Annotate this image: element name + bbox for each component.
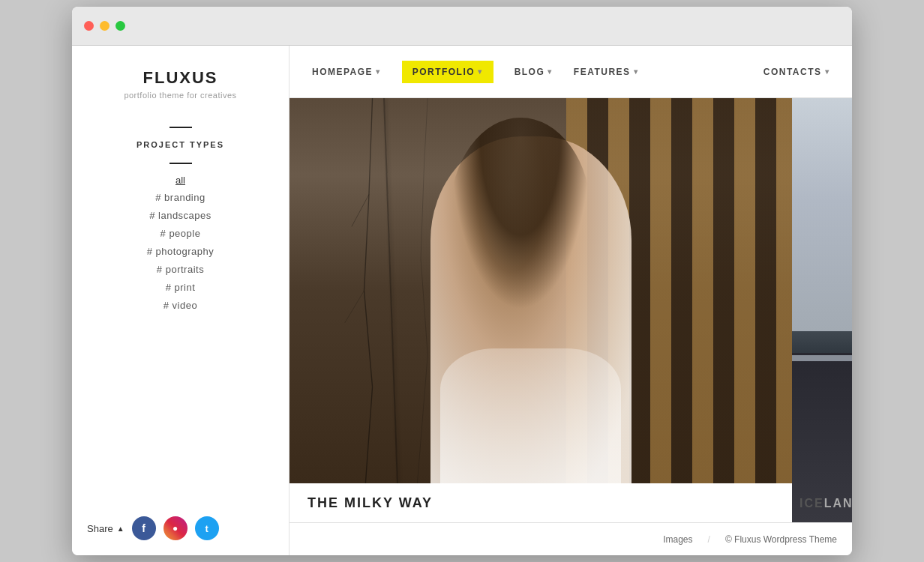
list-item[interactable]: # print [72,280,289,294]
gallery-side-image[interactable]: ICELAND [792,98,852,522]
nav-items: HOMEPAGE ▾ PORTFOLIO ▾ BLOG ▾ FEATURES ▾ [312,61,764,83]
list-item[interactable]: # branding [72,190,289,204]
footer-divider: / [708,534,710,545]
chevron-down-icon: ▾ [634,67,639,76]
nav-blog[interactable]: BLOG ▾ [514,67,553,77]
gallery-side-caption: ICELAND [800,497,852,510]
chevron-down-icon: ▾ [376,67,381,76]
filter-print[interactable]: # print [166,282,196,293]
minimize-dot[interactable] [100,21,110,31]
site-logo: FLUXUS portfolio theme for creatives [72,68,289,115]
nav-portfolio[interactable]: PORTFOLIO ▾ [402,61,494,83]
browser-window: FLUXUS portfolio theme for creatives PRO… [72,7,852,555]
chevron-down-icon: ▾ [825,67,830,76]
filter-portraits[interactable]: # portraits [157,264,204,275]
instagram-button[interactable]: ● [164,516,188,540]
browser-dots [84,21,125,31]
logo-divider [170,127,192,128]
close-dot[interactable] [84,21,94,31]
footer-copyright: © Fluxus Wordpress Theme [725,534,837,545]
list-item[interactable]: # photography [72,244,289,258]
sidebar: FLUXUS portfolio theme for creatives PRO… [72,46,290,555]
site-title: FLUXUS [72,68,289,88]
section-divider [170,163,192,164]
gallery-main-caption: THE MILKY WAY [290,483,792,522]
filter-branding[interactable]: # branding [155,192,205,203]
filter-all[interactable]: all [72,175,289,186]
footer-images-label: Images [663,534,692,545]
filter-photography[interactable]: # photography [147,246,214,257]
nav-contacts[interactable]: CONTACTS ▾ [764,67,830,77]
filter-list: # branding # landscapes # people # photo… [72,190,289,316]
twitter-button[interactable]: t [195,516,219,540]
list-item[interactable]: # portraits [72,262,289,276]
site-subtitle: portfolio theme for creatives [72,91,289,100]
main-footer: Images / © Fluxus Wordpress Theme [290,522,852,555]
list-item[interactable]: # people [72,226,289,240]
browser-content: FLUXUS portfolio theme for creatives PRO… [72,46,852,555]
main-content: HOMEPAGE ▾ PORTFOLIO ▾ BLOG ▾ FEATURES ▾ [290,46,852,555]
facebook-button[interactable]: f [132,516,156,540]
nav-features[interactable]: FEATURES ▾ [574,67,638,77]
list-item[interactable]: # landscapes [72,208,289,222]
chevron-up-icon: ▲ [117,525,124,533]
sidebar-footer: Share ▲ f ● t [72,501,289,555]
gallery-main-image[interactable]: THE MILKY WAY [290,98,792,522]
nav-homepage[interactable]: HOMEPAGE ▾ [312,67,381,77]
filter-people[interactable]: # people [160,228,201,239]
project-types-label: PROJECT TYPES [72,140,289,149]
gallery-area: THE MILKY WAY ICELAND [290,98,852,522]
chevron-down-icon: ▾ [548,67,553,76]
nav-bar: HOMEPAGE ▾ PORTFOLIO ▾ BLOG ▾ FEATURES ▾ [290,46,852,98]
browser-bar [72,7,852,46]
chevron-down-icon: ▾ [478,67,483,76]
filter-video[interactable]: # video [164,300,197,311]
list-item[interactable]: # video [72,298,289,312]
maximize-dot[interactable] [116,21,125,31]
filter-landscapes[interactable]: # landscapes [149,210,212,221]
share-button[interactable]: Share ▲ [87,523,124,534]
